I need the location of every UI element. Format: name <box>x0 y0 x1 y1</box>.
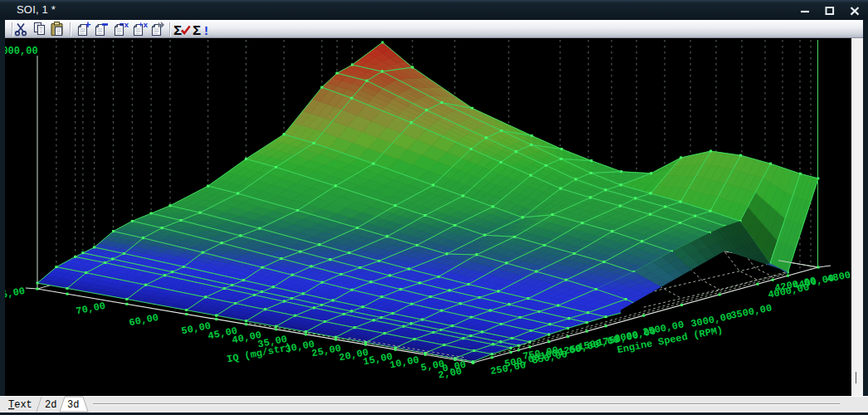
svg-text:!: ! <box>202 25 210 39</box>
svg-text:000,00: 000,00 <box>5 46 38 57</box>
svg-text:=x: =x <box>119 21 129 30</box>
svg-text:+: + <box>85 19 91 32</box>
svg-text:Text: Text <box>8 399 32 411</box>
svg-text:+x: +x <box>139 21 149 30</box>
svg-text:2d: 2d <box>45 399 56 411</box>
svg-text:Σ: Σ <box>173 23 182 38</box>
svg-text:Σ: Σ <box>193 23 201 38</box>
svg-text:3d: 3d <box>67 399 79 411</box>
